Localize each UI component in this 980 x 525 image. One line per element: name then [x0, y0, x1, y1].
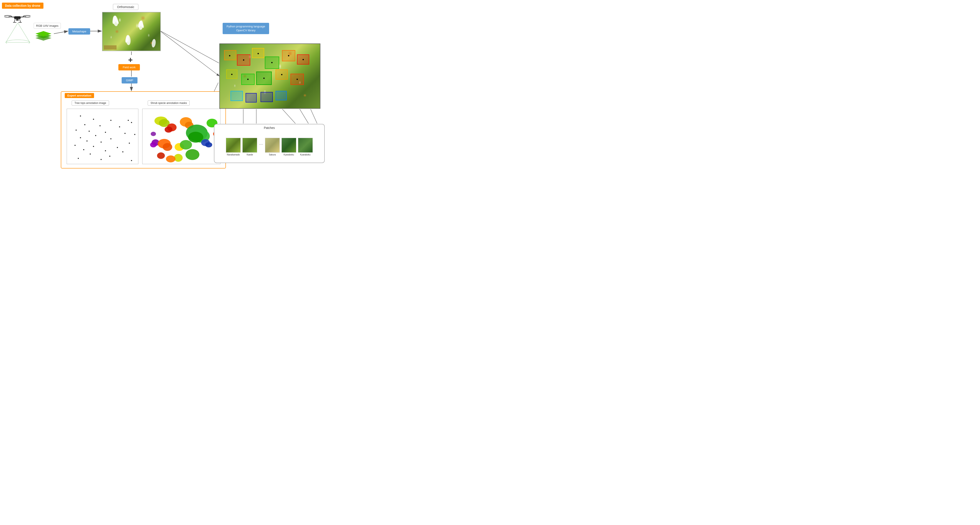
- svg-rect-20: [14, 16, 21, 19]
- svg-line-12: [310, 109, 317, 123]
- drone-icon: [4, 12, 30, 24]
- patch-sakura: Sakura: [265, 138, 280, 156]
- expert-annotation-label: Expert annotation: [65, 93, 94, 98]
- patches-label: Patches: [215, 126, 324, 129]
- patch-kyaraboku1-image: [282, 138, 296, 153]
- svg-line-6: [161, 31, 219, 63]
- svg-point-48: [165, 126, 172, 132]
- patch-kyaraboku1: Kyaraboku: [282, 138, 296, 156]
- svg-point-65: [157, 152, 165, 159]
- patch-kyaraboku2: Kyaraboku: [298, 138, 313, 156]
- drone-cone: [5, 23, 31, 43]
- svg-line-26: [19, 19, 21, 22]
- layers-icon: [34, 29, 53, 43]
- svg-line-25: [14, 19, 15, 22]
- plus-symbol: +: [128, 56, 133, 65]
- svg-point-89: [302, 59, 304, 60]
- orthomosaic-label: Orthomosaic: [113, 4, 138, 10]
- svg-point-87: [271, 62, 273, 63]
- data-collection-label: Data collection by drone: [2, 3, 43, 9]
- svg-point-63: [186, 149, 199, 160]
- svg-point-93: [281, 74, 282, 75]
- svg-point-86: [258, 53, 259, 54]
- svg-point-23: [4, 16, 11, 17]
- treetops-image: [67, 109, 138, 164]
- patch-nanakamado-image: [226, 138, 241, 153]
- annotated-image: [220, 43, 320, 109]
- svg-rect-29: [16, 19, 19, 21]
- svg-rect-83: [276, 91, 286, 100]
- patch-kaede-label: Kaede: [247, 153, 253, 156]
- svg-point-43: [151, 39, 156, 48]
- svg-point-84: [229, 55, 231, 56]
- metashape-button[interactable]: Metashape: [68, 28, 90, 35]
- orthomosaic-image: [102, 12, 161, 51]
- patch-nanakamado: Nanakamado: [226, 138, 241, 156]
- patch-sakura-label: Sakura: [269, 153, 276, 156]
- svg-rect-81: [246, 93, 256, 102]
- svg-rect-80: [231, 91, 242, 101]
- svg-line-18: [161, 32, 220, 76]
- svg-point-68: [151, 132, 156, 136]
- python-label: Python programming language OpenCV libra…: [223, 23, 269, 34]
- patch-ellipsis: .....: [259, 142, 263, 152]
- patch-kaede-image: [242, 138, 257, 153]
- svg-rect-69: [224, 50, 236, 60]
- svg-point-66: [166, 155, 175, 163]
- svg-point-24: [23, 16, 30, 17]
- svg-point-92: [263, 78, 264, 79]
- patch-sakura-image: [265, 138, 280, 153]
- patch-nanakamado-label: Nanakamado: [227, 153, 240, 156]
- patches-container: Patches Nanakamado Kaede ..... Sakura Ky…: [214, 124, 325, 163]
- svg-line-11: [300, 109, 309, 123]
- shrub-annotation-label: Shrub specie annotation masks: [148, 101, 189, 106]
- patch-kyaraboku2-label: Kyaraboku: [300, 153, 310, 156]
- svg-point-56: [150, 142, 157, 147]
- treetops-annotation-label: Tree tops annotation image: [72, 101, 109, 106]
- svg-point-53: [188, 132, 203, 143]
- svg-point-58: [163, 143, 172, 151]
- patch-kyaraboku1-label: Kyaraboku: [284, 153, 294, 156]
- gimp-button[interactable]: GIMP: [122, 77, 137, 83]
- fieldwork-button[interactable]: Field work: [118, 64, 140, 70]
- patch-kaede: Kaede: [242, 138, 257, 156]
- svg-point-88: [288, 55, 289, 56]
- shrub-image: [142, 109, 220, 164]
- svg-rect-44: [104, 45, 117, 50]
- svg-point-60: [180, 140, 192, 150]
- svg-line-1: [54, 31, 68, 34]
- svg-point-64: [174, 154, 183, 162]
- svg-point-31: [6, 40, 30, 43]
- rgb-uav-label: RGB UAV images: [33, 23, 61, 29]
- svg-marker-30: [6, 23, 30, 42]
- svg-point-90: [231, 74, 232, 75]
- patch-kyaraboku2-image: [298, 138, 313, 153]
- svg-point-94: [296, 79, 298, 80]
- svg-point-91: [247, 79, 248, 80]
- svg-point-85: [243, 59, 244, 61]
- svg-line-10: [282, 109, 295, 123]
- svg-rect-82: [261, 92, 273, 102]
- svg-point-62: [205, 142, 212, 147]
